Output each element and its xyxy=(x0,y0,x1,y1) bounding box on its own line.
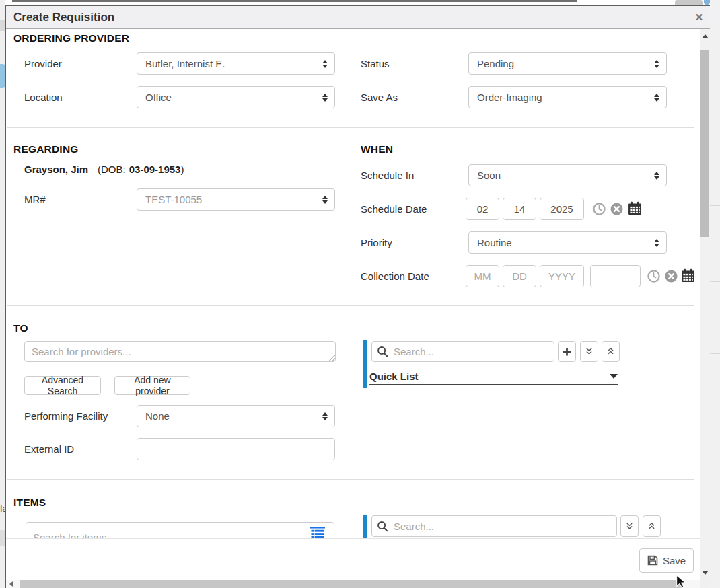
performing-facility-label: Performing Facility xyxy=(24,405,108,427)
collapse-all-button[interactable] xyxy=(602,341,620,362)
background-divider xyxy=(710,81,720,81)
dob-value: 03-09-1953 xyxy=(129,163,181,175)
dialog-body: ORDERING PROVIDER Provider Butler, Inter… xyxy=(6,29,700,538)
mr-label: MR# xyxy=(24,188,46,211)
item-list-icon[interactable] xyxy=(310,527,325,538)
collection-month-input[interactable] xyxy=(466,265,499,287)
status-label: Status xyxy=(361,52,390,75)
schedule-in-label: Schedule In xyxy=(361,164,414,186)
select-arrows-icon xyxy=(654,94,659,102)
add-new-provider-button[interactable]: Add new provider xyxy=(114,376,190,395)
collection-time-input[interactable] xyxy=(590,265,641,287)
horizontal-scrollbar-thumb[interactable] xyxy=(20,580,682,588)
status-select[interactable]: Pending xyxy=(468,52,667,75)
dob-suffix: ) xyxy=(180,163,184,175)
save-as-select-value: Order-Imaging xyxy=(477,91,542,103)
section-divider xyxy=(7,127,694,128)
clock-icon[interactable] xyxy=(593,203,606,215)
clear-date-icon[interactable] xyxy=(665,270,678,283)
double-chevron-up-icon xyxy=(606,346,615,357)
clock-icon[interactable] xyxy=(647,270,660,283)
external-id-input[interactable] xyxy=(137,438,335,460)
mr-select-value: TEST-10055 xyxy=(145,194,202,205)
provider-select-value: Butler, Internist E. xyxy=(145,58,225,69)
background-text-fragment: la xyxy=(0,503,5,515)
scroll-up-arrow[interactable] xyxy=(702,34,709,38)
priority-label: Priority xyxy=(361,231,392,254)
background-divider xyxy=(710,205,720,206)
scroll-down-arrow[interactable] xyxy=(702,571,709,575)
dialog-footer xyxy=(6,538,700,580)
priority-select[interactable]: Routine xyxy=(468,231,667,254)
save-button-label: Save xyxy=(663,555,686,566)
plus-icon xyxy=(563,347,571,357)
performing-facility-select[interactable]: None xyxy=(137,405,335,427)
quick-list-header[interactable]: Quick List xyxy=(369,371,419,382)
performing-facility-select-value: None xyxy=(145,410,170,422)
select-arrows-icon xyxy=(654,172,659,180)
select-arrows-icon xyxy=(322,60,328,68)
save-button[interactable]: Save xyxy=(639,548,694,573)
quick-list-accent-bar xyxy=(363,340,367,388)
to-quick-search-input[interactable] xyxy=(371,341,554,362)
calendar-icon[interactable] xyxy=(681,268,695,283)
save-as-select[interactable]: Order-Imaging xyxy=(468,86,667,108)
background-divider xyxy=(710,281,720,282)
expand-all-button[interactable] xyxy=(580,341,598,362)
dialog-title: Create Requisition xyxy=(13,6,114,28)
close-icon: ✕ xyxy=(695,11,704,24)
double-chevron-down-icon xyxy=(625,521,634,531)
background-top-bar xyxy=(12,0,577,2)
section-heading-ordering-provider: ORDERING PROVIDER xyxy=(13,32,129,44)
horizontal-scrollbar[interactable] xyxy=(6,580,700,588)
provider-label: Provider xyxy=(24,52,62,75)
provider-search-textarea[interactable] xyxy=(24,341,336,362)
schedule-day-input[interactable] xyxy=(503,198,536,220)
background-bar xyxy=(0,530,5,546)
section-heading-when: WHEN xyxy=(361,143,393,155)
provider-select[interactable]: Butler, Internist E. xyxy=(137,52,335,75)
select-arrows-icon xyxy=(322,196,328,204)
dob-prefix: (DOB: xyxy=(98,163,126,175)
add-to-quick-list-button[interactable] xyxy=(558,341,576,362)
collapse-all-button[interactable] xyxy=(643,515,661,537)
patient-line: Grayson, Jim(DOB:03-09-1953) xyxy=(24,163,184,175)
vertical-scrollbar[interactable] xyxy=(700,29,710,580)
item-search-input[interactable] xyxy=(26,522,334,538)
section-heading-to: TO xyxy=(13,322,28,334)
close-button[interactable]: ✕ xyxy=(688,6,710,29)
advanced-search-button[interactable]: Advanced Search xyxy=(24,376,101,395)
section-heading-regarding: REGARDING xyxy=(13,143,79,155)
scrollbar-corner xyxy=(700,580,710,588)
scroll-left-arrow[interactable] xyxy=(9,581,13,587)
background-page-right-strip xyxy=(710,0,720,588)
quick-list-underline xyxy=(369,384,618,385)
mouse-cursor xyxy=(676,575,686,588)
schedule-in-select[interactable]: Soon xyxy=(468,164,667,186)
clear-date-icon[interactable] xyxy=(610,203,623,215)
schedule-date-label: Schedule Date xyxy=(361,198,427,220)
resize-handle[interactable] xyxy=(328,355,335,361)
location-label: Location xyxy=(24,86,63,108)
calendar-icon[interactable] xyxy=(628,201,642,215)
schedule-year-input[interactable] xyxy=(540,198,584,220)
screen: la Create Requisition ✕ ORDERING PROVIDE… xyxy=(0,0,720,588)
section-divider xyxy=(7,479,694,480)
status-select-value: Pending xyxy=(477,58,514,69)
save-icon xyxy=(647,555,658,566)
collection-day-input[interactable] xyxy=(503,265,536,287)
mr-select[interactable]: TEST-10055 xyxy=(137,188,335,211)
location-select[interactable]: Office xyxy=(137,86,335,108)
vertical-scrollbar-thumb[interactable] xyxy=(700,50,709,237)
select-arrows-icon xyxy=(322,94,328,102)
background-bar xyxy=(0,20,5,31)
expand-all-button[interactable] xyxy=(620,515,639,537)
background-page-left-strip: la xyxy=(0,0,5,588)
collection-year-input[interactable] xyxy=(540,265,584,287)
dialog-header: Create Requisition xyxy=(6,6,688,29)
select-arrows-icon xyxy=(322,412,328,420)
chevron-down-icon[interactable] xyxy=(610,374,618,379)
schedule-month-input[interactable] xyxy=(466,198,499,220)
quick-list-accent-bar xyxy=(363,515,367,538)
items-quick-search-input[interactable] xyxy=(371,515,617,537)
